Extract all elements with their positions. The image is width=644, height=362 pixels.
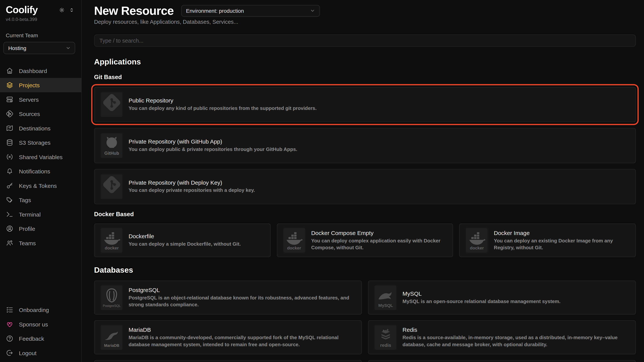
card-title: Private Repository (with Deploy Key) <box>128 179 255 186</box>
resource-card-dockerfile[interactable]: docker Dockerfile You can deploy a simpl… <box>94 224 270 257</box>
page-subtitle: Deploy resources, like Applications, Dat… <box>94 19 636 26</box>
app-logo[interactable]: Coolify <box>6 4 38 15</box>
sidebar-item-label: Shared Variables <box>19 154 62 160</box>
card-title: Dockerfile <box>128 233 241 240</box>
sidebar-item-logout[interactable]: Logout <box>0 346 81 360</box>
redis-icon: redis <box>374 325 396 350</box>
chevrons-up-down-icon[interactable] <box>68 7 75 13</box>
svg-text:redis: redis <box>380 342 391 347</box>
resource-card-redis[interactable]: redis Redis Redis is a source-available,… <box>368 320 636 355</box>
environment-select-value: Environment: production <box>186 7 244 14</box>
sidebar-item-label: Servers <box>19 96 39 103</box>
user-circle-icon <box>6 225 14 232</box>
sidebar-item-terminal[interactable]: Terminal <box>0 207 81 221</box>
git-icon <box>100 92 122 117</box>
sidebar-item-label: Feedback <box>19 335 44 342</box>
git-based-heading: Git Based <box>94 74 636 81</box>
sidebar-item-onboarding[interactable]: Onboarding <box>0 303 81 317</box>
logout-icon <box>6 349 14 357</box>
environment-select[interactable]: Environment: production <box>181 5 320 17</box>
git-branch-icon <box>6 110 14 118</box>
sidebar-item-label: Notifications <box>19 168 50 175</box>
docker-based-heading: Docker Based <box>94 211 636 218</box>
resource-card-docker-compose-empty[interactable]: docker Docker Compose Empty You can depl… <box>277 224 453 257</box>
map-icon <box>6 124 14 132</box>
docker-icon: docker <box>100 228 122 252</box>
sidebar-item-shared-variables[interactable]: Shared Variables <box>0 150 81 164</box>
resource-card-partial[interactable] <box>94 360 362 362</box>
sidebar-item-sponsor-us[interactable]: Sponsor us <box>0 317 81 331</box>
sidebar-item-dashboard[interactable]: Dashboard <box>0 63 81 78</box>
sidebar-item-projects[interactable]: Projects <box>0 78 81 92</box>
app-version: v4.0.0-beta.399 <box>0 15 81 22</box>
main-content: New Resource Environment: production Dep… <box>82 0 644 362</box>
sidebar-footer-nav: Onboarding Sponsor us Feedback Logout <box>0 303 81 360</box>
checklist-icon <box>6 306 14 314</box>
card-title: Private Repository (with GitHub App) <box>128 138 297 145</box>
card-title: PostgreSQL <box>128 287 354 293</box>
resource-card-private-repo-github-app[interactable]: GitHub Private Repository (with GitHub A… <box>94 128 636 163</box>
sidebar-item-label: Projects <box>19 82 40 88</box>
sidebar-item-keys-tokens[interactable]: Keys & Tokens <box>0 178 81 192</box>
svg-text:docker: docker <box>470 246 484 250</box>
chevron-down-icon <box>65 45 71 51</box>
search-input[interactable] <box>94 34 636 47</box>
chevron-down-icon <box>310 8 315 13</box>
variables-icon <box>6 153 14 161</box>
sidebar: Coolify v4.0.0-beta.399 Current Team Hos… <box>0 0 82 362</box>
sidebar-item-servers[interactable]: Servers <box>0 92 81 106</box>
current-team-label: Current Team <box>0 22 81 38</box>
team-select[interactable]: Hosting <box>3 42 75 54</box>
svg-text:PostgreSQL: PostgreSQL <box>103 304 120 307</box>
sidebar-item-tags[interactable]: Tags <box>0 193 81 207</box>
card-description: You can deploy private repositories with… <box>128 187 255 194</box>
card-title: Public Repository <box>128 97 317 104</box>
card-title: Docker Image <box>494 229 628 236</box>
card-title: MySQL <box>402 290 560 297</box>
home-icon <box>6 67 14 75</box>
resource-card-postgresql[interactable]: PostgreSQL PostgreSQL PostgreSQL is an o… <box>94 280 362 315</box>
sidebar-item-destinations[interactable]: Destinations <box>0 121 81 135</box>
team-select-value: Hosting <box>8 45 26 51</box>
sidebar-item-notifications[interactable]: Notifications <box>0 164 81 178</box>
card-title: Redis <box>402 327 628 333</box>
terminal-icon <box>6 210 14 218</box>
svg-text:docker: docker <box>287 246 301 250</box>
resource-card-docker-image[interactable]: docker Docker Image You can deploy an ex… <box>459 224 636 257</box>
database-icon <box>6 139 14 146</box>
mariadb-icon: MariaDB <box>100 325 122 350</box>
svg-text:MariaDB: MariaDB <box>104 343 119 347</box>
sidebar-item-sources[interactable]: Sources <box>0 107 81 121</box>
svg-text:docker: docker <box>104 246 119 250</box>
resource-card-mysql[interactable]: MySQL MySQL MySQL is an open-source rela… <box>368 280 636 315</box>
sidebar-item-label: Keys & Tokens <box>19 182 57 189</box>
key-icon <box>6 182 14 189</box>
sidebar-item-feedback[interactable]: Feedback <box>0 331 81 346</box>
bell-icon <box>6 167 14 175</box>
sidebar-item-label: Logout <box>19 350 36 356</box>
sidebar-item-label: S3 Storages <box>19 139 50 146</box>
theme-toggle-sun-icon[interactable] <box>59 7 65 13</box>
svg-text:MySQL: MySQL <box>378 303 393 308</box>
card-description: You can deploy public & private reposito… <box>128 146 297 153</box>
resource-card-mariadb[interactable]: MariaDB MariaDB MariaDB is a community-d… <box>94 320 362 355</box>
postgresql-icon: PostgreSQL <box>100 285 122 310</box>
applications-heading: Applications <box>94 57 636 67</box>
coolify-app-window: Coolify v4.0.0-beta.399 Current Team Hos… <box>0 0 644 362</box>
sidebar-item-label: Profile <box>19 225 35 232</box>
card-description: You can deploy an existing Docker Image … <box>494 237 628 251</box>
docker-icon: docker <box>466 228 488 252</box>
resource-card-public-repository[interactable]: Public Repository You can deploy any kin… <box>94 87 636 122</box>
users-icon <box>6 239 14 247</box>
sidebar-item-teams[interactable]: Teams <box>0 236 81 250</box>
card-description: You can deploy complex application easil… <box>311 237 446 251</box>
github-icon: GitHub <box>100 133 122 158</box>
card-description: Redis is a source-available, in-memory s… <box>402 334 628 348</box>
sidebar-item-profile[interactable]: Profile <box>0 221 81 236</box>
layers-icon <box>6 81 14 89</box>
resource-card-private-repo-deploy-key[interactable]: Private Repository (with Deploy Key) You… <box>94 169 636 204</box>
tags-icon <box>6 196 14 204</box>
sidebar-item-label: Destinations <box>19 125 50 132</box>
resource-card-partial[interactable] <box>368 360 636 362</box>
sidebar-item-s3-storages[interactable]: S3 Storages <box>0 135 81 150</box>
